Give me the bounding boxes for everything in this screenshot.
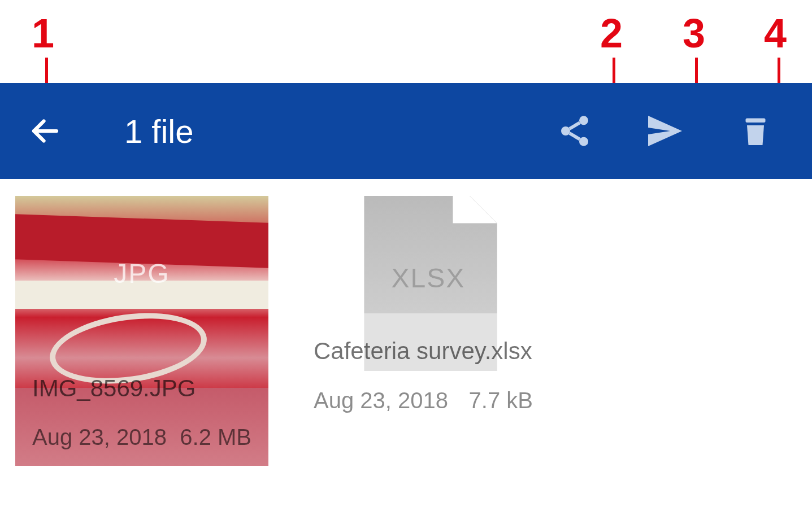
- toolbar-actions: [552, 108, 789, 154]
- file-card-jpg[interactable]: JPG IMG_8569.JPG Aug 23, 2018 6.2 MB: [15, 196, 268, 466]
- file-type-label: XLSX: [392, 263, 466, 294]
- file-info: IMG_8569.JPG Aug 23, 2018 6.2 MB: [15, 364, 268, 466]
- back-button[interactable]: [23, 108, 68, 154]
- trash-icon: [739, 113, 772, 149]
- file-date: Aug 23, 2018: [314, 388, 448, 413]
- file-info: Cafeteria survey.xlsx Aug 23, 2018 7.7 k…: [297, 337, 550, 429]
- share-button[interactable]: [552, 108, 597, 154]
- file-type-label: JPG: [114, 258, 170, 289]
- app-bar-title: 1 file: [124, 112, 552, 150]
- file-meta: Aug 23, 2018 6.2 MB: [32, 425, 251, 450]
- app-bar: 1 file: [0, 83, 812, 179]
- file-name: IMG_8569.JPG: [32, 375, 251, 402]
- annotation-number-3: 3: [683, 10, 705, 56]
- file-card-xlsx[interactable]: XLSX Cafeteria survey.xlsx Aug 23, 2018 …: [297, 196, 550, 466]
- back-arrow-icon: [28, 114, 62, 148]
- file-size: 6.2 MB: [180, 425, 251, 450]
- file-size: 7.7 kB: [469, 388, 533, 413]
- file-meta: Aug 23, 2018 7.7 kB: [314, 388, 533, 413]
- svg-point-1: [579, 116, 588, 125]
- file-date: Aug 23, 2018: [32, 425, 167, 450]
- file-grid: JPG IMG_8569.JPG Aug 23, 2018 6.2 MB: [15, 196, 550, 466]
- annotation-number-1: 1: [32, 10, 54, 56]
- svg-rect-4: [746, 119, 766, 123]
- file-thumbnail: XLSX: [297, 196, 550, 331]
- file-name: Cafeteria survey.xlsx: [314, 337, 533, 365]
- delete-button[interactable]: [733, 108, 778, 154]
- send-icon: [645, 111, 685, 151]
- send-button[interactable]: [642, 108, 688, 154]
- svg-point-3: [579, 137, 588, 146]
- share-icon: [557, 113, 593, 149]
- svg-point-2: [561, 126, 570, 136]
- annotation-number-4: 4: [764, 10, 787, 56]
- annotation-number-2: 2: [600, 10, 623, 56]
